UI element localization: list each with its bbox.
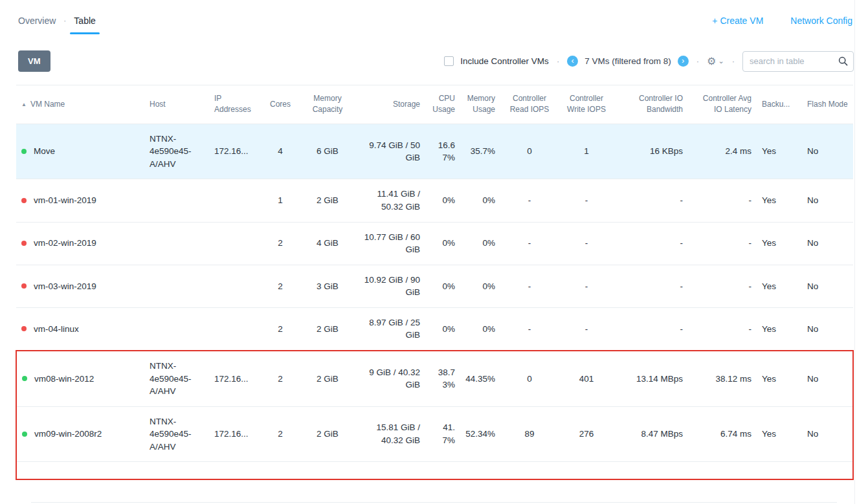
search-input[interactable] (742, 51, 854, 72)
vm-ip: 172.16... (209, 351, 262, 406)
dot-separator: · (731, 56, 736, 66)
vm-name[interactable]: Move (34, 145, 55, 158)
vm-host: NTNX-4e590e45-A/AHV (144, 406, 209, 462)
vm-cores: 4 (262, 124, 298, 179)
vm-memory: 4 GiB (298, 222, 357, 265)
vm-cores: 2 (262, 351, 298, 406)
vm-read-iops: 0 (500, 351, 559, 406)
vm-io-latency: - (688, 307, 757, 351)
vm-cores: 2 (262, 265, 298, 307)
table-row[interactable]: vm-04-linux 2 2 GiB 8.97 GiB / 25 GiB 0%… (16, 307, 853, 351)
tab-overview[interactable]: Overview (18, 16, 56, 26)
vm-memory: 3 GiB (298, 265, 357, 307)
vm-name[interactable]: vm08-win-2012 (34, 373, 94, 386)
vm-io-latency: - (688, 265, 757, 307)
col-header-backup[interactable]: Backu... (757, 85, 802, 124)
col-header-controller-io-bandwidth[interactable]: Controller IO Bandwidth (614, 85, 688, 124)
col-header-host[interactable]: Host (144, 85, 209, 124)
vm-storage: 9.74 GiB / 50 GiB (357, 124, 425, 179)
vm-io-latency: 2.4 ms (688, 124, 757, 179)
vm-cpu-usage: 0% (425, 265, 460, 307)
col-header-flash-mode[interactable]: Flash Mode (802, 85, 853, 124)
vm-host (144, 307, 209, 351)
vm-memory: 2 GiB (298, 307, 357, 351)
vm-read-iops: - (500, 179, 559, 222)
col-header-cpu-usage[interactable]: CPU Usage (425, 85, 460, 124)
table-header: ▲VM Name Host IP Addresses Cores Memory … (16, 85, 853, 124)
vm-memory: 2 GiB (298, 406, 357, 462)
table-row[interactable]: vm09-win-2008r2 NTNX-4e590e45-A/AHV 172.… (16, 406, 853, 462)
table-toolbar: VM Include Controller VMs · ‹ 7 VMs (fil… (0, 50, 868, 72)
include-controller-label[interactable]: Include Controller VMs (460, 56, 549, 66)
next-page-button[interactable]: › (678, 56, 689, 67)
tab-table[interactable]: Table (74, 16, 95, 26)
table-settings-button[interactable]: ⚙ ⌄ (707, 55, 724, 67)
table-row[interactable]: vm-02-win-2019 2 4 GiB 10.77 GiB / 60 Gi… (16, 222, 853, 265)
vm-write-iops: - (559, 307, 614, 351)
vm-io-latency: 38.12 ms (688, 351, 757, 406)
table-row[interactable]: vm08-win-2012 NTNX-4e590e45-A/AHV 172.16… (16, 351, 853, 406)
vm-write-iops: 1 (559, 124, 614, 179)
vm-cpu-usage: 0% (425, 307, 460, 351)
vm-storage: 11.41 GiB / 50.32 GiB (357, 179, 425, 222)
vm-name[interactable]: vm-01-win-2019 (34, 194, 96, 207)
col-header-controller-avg-io-latency[interactable]: Controller Avg IO Latency (688, 85, 757, 124)
gear-icon: ⚙ (707, 55, 716, 67)
col-header-memory-usage[interactable]: Memory Usage (460, 85, 500, 124)
prev-page-button[interactable]: ‹ (567, 56, 578, 67)
vm-name[interactable]: vm-02-win-2019 (34, 237, 96, 250)
vm-backup: Yes (757, 222, 802, 265)
dot-separator: · (695, 56, 700, 66)
vm-read-iops: 0 (500, 124, 559, 179)
include-controller-checkbox[interactable] (444, 56, 454, 66)
table-body-outlined: vm08-win-2012 NTNX-4e590e45-A/AHV 172.16… (16, 351, 853, 479)
toolbar-right-cluster: Include Controller VMs · ‹ 7 VMs (filter… (444, 51, 854, 72)
col-header-memory-capacity[interactable]: Memory Capacity (298, 85, 357, 124)
vm-io-bandwidth: 13.14 MBps (614, 351, 688, 406)
vm-table: ▲VM Name Host IP Addresses Cores Memory … (16, 85, 854, 480)
sort-asc-icon: ▲ (21, 102, 27, 107)
vm-storage: 10.77 GiB / 60 GiB (357, 222, 425, 265)
col-header-cores[interactable]: Cores (262, 85, 298, 124)
table-row[interactable]: vm-03-win-2019 2 3 GiB 10.92 GiB / 90 Gi… (16, 265, 853, 307)
vm-flash-mode: No (802, 307, 853, 351)
vm-storage: 15.81 GiB / 40.32 GiB (357, 406, 425, 462)
table-row[interactable]: vm-01-win-2019 1 2 GiB 11.41 GiB / 50.32… (16, 179, 853, 222)
vm-cpu-usage: 16.67% (425, 124, 460, 179)
vm-backup: Yes (757, 124, 802, 179)
vm-power-status-icon (22, 376, 27, 381)
vm-name[interactable]: vm09-win-2008r2 (34, 428, 102, 441)
vm-read-iops: - (500, 307, 559, 351)
col-header-vm-name[interactable]: ▲VM Name (16, 85, 144, 124)
col-header-controller-write-iops[interactable]: Controller Write IOPS (559, 85, 614, 124)
vm-ip (209, 307, 262, 351)
vm-memory-usage: 52.34% (460, 406, 500, 462)
vm-ip: 172.16... (209, 406, 262, 462)
vm-io-bandwidth: - (614, 222, 688, 265)
network-config-link[interactable]: Network Config (790, 16, 852, 26)
col-header-storage[interactable]: Storage (357, 85, 425, 124)
vm-power-status-icon (21, 326, 27, 331)
vm-flash-mode: No (802, 124, 853, 179)
vm-type-button[interactable]: VM (18, 50, 50, 72)
vm-name[interactable]: vm-04-linux (34, 323, 79, 336)
vm-cpu-usage: 0% (425, 222, 460, 265)
vm-storage: 9 GiB / 40.32 GiB (357, 351, 425, 406)
col-header-controller-read-iops[interactable]: Controller Read IOPS (500, 85, 559, 124)
vm-io-bandwidth: 16 KBps (614, 124, 688, 179)
vm-name[interactable]: vm-03-win-2019 (34, 280, 96, 293)
vm-backup: Yes (757, 179, 802, 222)
col-header-ip-addresses[interactable]: IP Addresses (209, 85, 262, 124)
bottom-divider (31, 502, 837, 503)
create-vm-link[interactable]: + Create VM (712, 16, 763, 26)
vm-memory: 2 GiB (298, 179, 357, 222)
vm-cores: 1 (262, 179, 298, 222)
vm-power-status-icon (21, 241, 27, 246)
vm-cores: 2 (262, 406, 298, 462)
vm-cores: 2 (262, 222, 298, 265)
vm-cores: 2 (262, 307, 298, 351)
tab-separator: · (63, 16, 66, 25)
table-row[interactable]: Move NTNX-4e590e45-A/AHV 172.16... 4 6 G… (16, 124, 853, 179)
vm-memory-usage: 35.7% (460, 124, 500, 179)
vm-io-bandwidth: - (614, 265, 688, 307)
